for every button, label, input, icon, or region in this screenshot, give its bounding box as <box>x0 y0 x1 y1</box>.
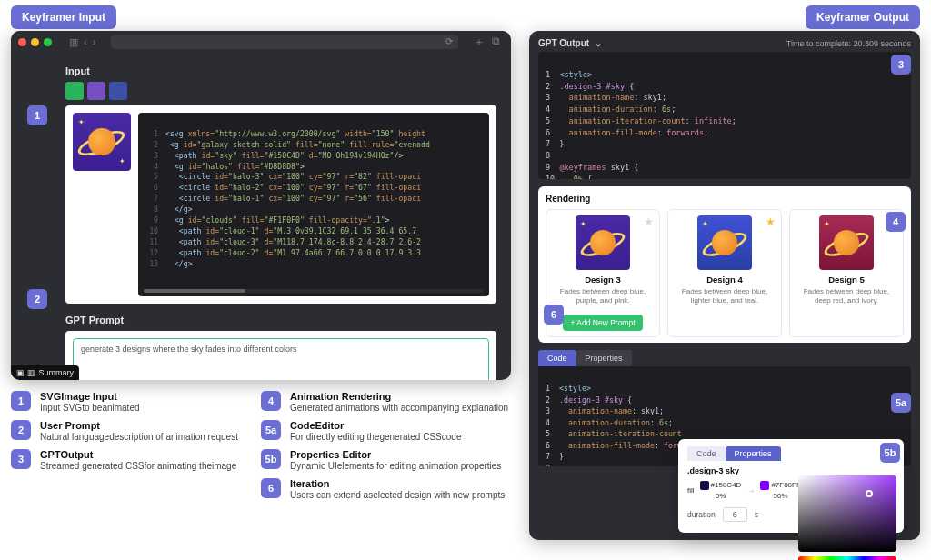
svg-input-card: ✦ ✦ 1<svg xmlns="http://www.w3.org/2000/… <box>65 105 496 304</box>
legend-badge-4: 4 <box>261 391 281 411</box>
legend-desc-3: Streamed generated CSSfor animating thei… <box>40 461 236 471</box>
hue-slider[interactable] <box>798 556 896 560</box>
callout-5b: 5b <box>880 443 900 463</box>
duration-unit: s <box>755 510 758 519</box>
legend-desc-2: Natural languagedescription of animation… <box>40 432 238 442</box>
duration-label: duration <box>687 510 716 519</box>
thumb-3[interactable] <box>109 82 127 100</box>
arrow-icon: → <box>746 486 755 495</box>
legend-title-4: Animation Rendering <box>290 391 508 402</box>
completion-time: Time to complete: 20.309 seconds <box>786 39 911 48</box>
callout-1: 1 <box>27 105 47 125</box>
svg-preview: ✦ ✦ <box>73 113 131 171</box>
gpt-output-header[interactable]: GPT Output ⌄ <box>538 38 602 48</box>
design-desc: Fades between deep blue, deep red, and i… <box>796 287 897 311</box>
url-actions[interactable]: ⟳ <box>445 36 453 46</box>
callout-5a: 5a <box>891 393 911 413</box>
keyframer-input-label: Keyframer Input <box>11 5 116 29</box>
rendering-label: Rendering <box>546 194 904 204</box>
css-selector-label: .design-3 sky <box>687 466 895 475</box>
design-desc: Fades between deep blue, lighter blue, a… <box>674 287 776 311</box>
thumb-1[interactable] <box>65 82 84 100</box>
design-title: Design 5 <box>828 275 865 285</box>
legend-badge-3: 3 <box>11 449 31 469</box>
svg-thumbnail-row <box>65 82 496 100</box>
legend-desc-1: Input SVGto beanimated <box>40 403 140 413</box>
color-picker[interactable] <box>798 475 896 560</box>
legend-title-2: User Prompt <box>40 420 238 431</box>
legend-desc-5b: Dynamic UIelements for editing animation… <box>290 461 501 471</box>
properties-editor: 5b Code Properties .design-3 sky fill #1… <box>678 439 904 533</box>
window-titlebar: ▥ ‹ › ⟳ ＋ ⧉ <box>11 31 511 53</box>
callout-4: 4 <box>886 212 906 232</box>
prompt-input[interactable]: generate 3 designs where the sky fades i… <box>73 338 489 380</box>
fill-stop-1[interactable]: #7F00FF50% <box>760 481 800 500</box>
sidebar-toggle-icon[interactable]: ▥ <box>69 36 78 48</box>
legend-badge-2: 2 <box>11 420 31 440</box>
design-title: Design 3 <box>585 275 621 285</box>
design-preview-4: ✦ <box>697 215 752 270</box>
prompt-card: generate 3 designs where the sky fades i… <box>65 331 496 380</box>
close-dot[interactable] <box>18 38 26 46</box>
thumb-2[interactable] <box>87 82 105 100</box>
prop-tab-code[interactable]: Code <box>687 446 726 461</box>
callout-3: 3 <box>891 55 911 75</box>
legend-title-3: GPTOutput <box>40 449 236 460</box>
design-preview-5: ✦ <box>819 215 874 270</box>
legend-title-6: Iteration <box>290 478 505 489</box>
design-card-4[interactable]: ★ ✦ Design 4 Fades between deep blue, li… <box>667 209 782 337</box>
legend-title-1: SVGImage Input <box>40 391 140 402</box>
nav-fwd-icon[interactable]: › <box>93 36 96 47</box>
editor-tabs: Code Properties <box>538 350 911 366</box>
add-prompt-button[interactable]: + Add New Prompt <box>563 315 642 331</box>
input-section-label: Input <box>65 65 496 76</box>
rendering-section: 4 6 Rendering ★ ✦ Design 3 Fades between… <box>538 186 911 343</box>
legend-badge-6: 6 <box>261 478 281 498</box>
design-title: Design 4 <box>706 275 743 285</box>
minimize-dot[interactable] <box>31 38 39 46</box>
duration-input[interactable]: 6 <box>723 507 747 522</box>
legend-badge-1: 1 <box>11 391 31 411</box>
tab-code[interactable]: Code <box>538 350 576 366</box>
legend-desc-4: Generated animations with accompanying e… <box>290 403 508 413</box>
fill-stop-0[interactable]: #150C4D0% <box>700 481 742 500</box>
favorite-icon[interactable]: ★ <box>766 215 776 228</box>
keyframer-output-label: Keyframer Output <box>806 5 920 29</box>
design-preview-3: ✦ <box>576 215 630 270</box>
input-window: ▥ ‹ › ⟳ ＋ ⧉ 1 2 Input ✦ <box>11 31 511 380</box>
tab-properties[interactable]: Properties <box>576 350 632 366</box>
prompt-section-label: GPT Prompt <box>65 315 496 325</box>
legend-badge-5a: 5a <box>261 420 281 440</box>
tabs-icon[interactable]: ⧉ <box>492 35 500 50</box>
url-bar[interactable]: ⟳ <box>111 35 458 49</box>
output-panel: GPT Output ⌄ Time to complete: 20.309 se… <box>529 31 920 540</box>
design-desc: Fades between deep blue, purple, and pin… <box>552 287 654 311</box>
prop-tab-properties[interactable]: Properties <box>726 446 781 461</box>
figure-legend: 1SVGImage InputInput SVGto beanimated 2U… <box>11 391 511 500</box>
legend-desc-6: Users can extend aselected design with n… <box>290 490 505 500</box>
svg-source-editor[interactable]: 1<svg xmlns="http://www.w3.org/2000/svg"… <box>138 113 489 296</box>
summary-toggle[interactable]: ▣ ▥ Summary <box>11 365 79 380</box>
legend-desc-5a: For directly editing thegenerated CSScod… <box>290 432 461 442</box>
legend-title-5a: CodeEditor <box>290 420 461 431</box>
fill-label: fill <box>687 486 695 495</box>
new-tab-icon[interactable]: ＋ <box>474 35 485 50</box>
legend-badge-5b: 5b <box>261 449 281 469</box>
nav-back-icon[interactable]: ‹ <box>84 36 87 47</box>
favorite-icon[interactable]: ★ <box>644 215 654 228</box>
maximize-dot[interactable] <box>44 38 52 46</box>
callout-6: 6 <box>544 305 564 325</box>
legend-title-5b: Properties Editor <box>290 449 501 460</box>
callout-2: 2 <box>27 289 47 309</box>
gpt-output-code[interactable]: 1 <style> 2 .design-3 #sky { 3 animation… <box>538 52 911 179</box>
